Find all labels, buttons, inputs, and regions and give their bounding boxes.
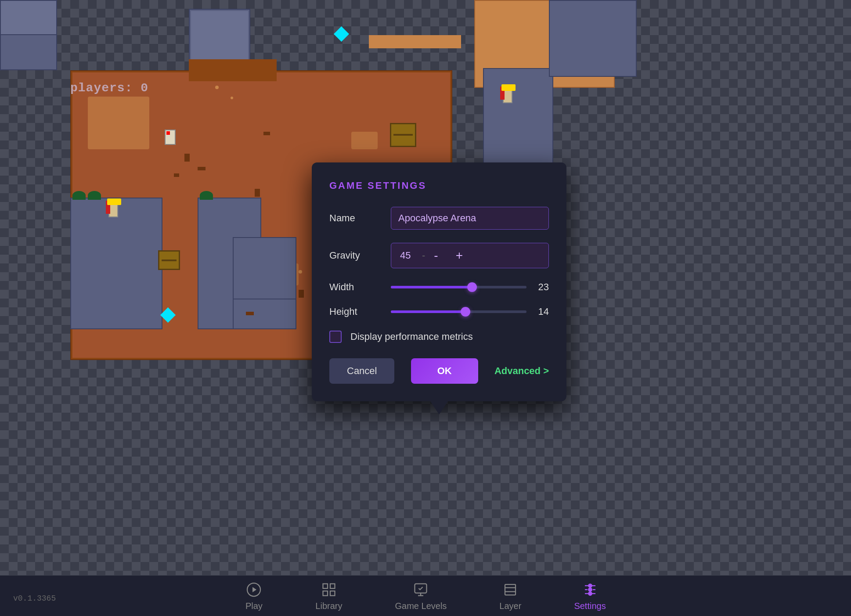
settings-label: Settings <box>574 601 606 611</box>
far-right-bricks-2 <box>549 0 637 77</box>
settings-icon <box>581 581 599 598</box>
height-slider-track[interactable] <box>391 310 526 313</box>
width-control: 23 <box>391 281 549 293</box>
ground-mark-9 <box>174 173 179 177</box>
character-red-cape-right <box>503 88 512 103</box>
name-label: Name <box>329 213 382 224</box>
far-right-bricks <box>483 68 553 178</box>
chest-2 <box>158 250 180 270</box>
dialog-title: GAME SETTINGS <box>329 180 549 191</box>
ground-mark-4 <box>263 132 270 135</box>
width-field-row: Width 23 <box>329 281 549 293</box>
width-value: 23 <box>534 281 549 293</box>
name-control <box>391 207 549 230</box>
gravity-value: 45 <box>391 245 422 267</box>
sand-patch-1 <box>88 97 149 149</box>
dialog-buttons: Cancel OK Advanced > <box>329 358 549 384</box>
brick-tile-1 <box>0 0 57 35</box>
height-field-row: Height 14 <box>329 306 549 317</box>
play-label: Play <box>245 601 263 611</box>
advanced-button[interactable]: Advanced > <box>494 365 549 377</box>
ground-mark-8 <box>231 97 233 99</box>
toolbar-item-layer[interactable]: Layer <box>499 581 521 611</box>
gravity-decrease-button[interactable]: - <box>425 243 447 268</box>
height-slider-thumb[interactable] <box>461 307 470 317</box>
ground-mark-3 <box>255 189 260 197</box>
width-slider-fill <box>391 286 472 288</box>
svg-point-10 <box>588 584 592 587</box>
layer-label: Layer <box>499 601 521 611</box>
gravity-label: Gravity <box>329 250 382 261</box>
bottom-left-brick-1 <box>70 198 162 329</box>
top-brick-brown-1 <box>189 59 277 81</box>
version-text: v0.1.3365 <box>13 594 56 603</box>
gravity-separator: - <box>422 245 425 267</box>
width-slider-row: 23 <box>391 281 549 293</box>
plant-3 <box>200 191 213 200</box>
library-icon <box>320 581 338 598</box>
width-slider-track[interactable] <box>391 286 526 288</box>
layer-icon <box>501 581 519 598</box>
ground-mark-2 <box>198 167 206 170</box>
width-label: Width <box>329 281 382 293</box>
height-slider-row: 14 <box>391 306 549 317</box>
character-red-cape-left <box>108 202 118 217</box>
performance-checkbox[interactable] <box>329 331 342 343</box>
svg-point-12 <box>588 592 592 595</box>
plant-2 <box>88 191 101 200</box>
ground-mark-6 <box>299 270 302 274</box>
top-platform-right <box>369 35 461 48</box>
chest-1 <box>390 123 416 147</box>
ground-mark-7 <box>215 86 219 89</box>
players-count-text: players: 0 <box>70 81 148 95</box>
game-levels-label: Game Levels <box>395 601 447 611</box>
toolbar-item-settings[interactable]: Settings <box>574 581 606 611</box>
game-levels-icon <box>412 581 429 598</box>
width-slider-thumb[interactable] <box>467 282 477 292</box>
gravity-control: 45 - - + <box>391 243 549 268</box>
svg-marker-1 <box>252 587 256 592</box>
sand-patch-3 <box>351 132 378 149</box>
performance-label: Display performance metrics <box>350 331 473 342</box>
name-field-row: Name <box>329 207 549 230</box>
height-label: Height <box>329 306 382 317</box>
gravity-control-container: 45 - - + <box>391 243 549 268</box>
toolbar-item-play[interactable]: Play <box>245 581 263 611</box>
ground-mark-10 <box>246 312 254 315</box>
svg-rect-3 <box>505 584 516 595</box>
toolbar-item-library[interactable]: Library <box>315 581 342 611</box>
settings-dialog: GAME SETTINGS Name Gravity 45 - - + Widt… <box>312 162 566 401</box>
performance-checkbox-row: Display performance metrics <box>329 331 549 343</box>
svg-point-11 <box>588 588 592 591</box>
ground-mark-1 <box>184 154 190 162</box>
player-character <box>165 130 176 145</box>
gravity-field-row: Gravity 45 - - + <box>329 243 549 268</box>
ground-mark-5 <box>299 290 304 298</box>
height-slider-fill <box>391 310 465 313</box>
name-input[interactable] <box>391 207 549 230</box>
ok-button[interactable]: OK <box>411 358 478 384</box>
bottom-center-brick <box>233 299 296 329</box>
height-control: 14 <box>391 306 549 317</box>
toolbar-item-game-levels[interactable]: Game Levels <box>395 581 447 611</box>
library-label: Library <box>315 601 342 611</box>
cancel-button[interactable]: Cancel <box>329 358 394 384</box>
game-canvas: players: 0 GAME SETTINGS Name Gravity 45… <box>0 0 851 575</box>
play-icon <box>245 581 263 598</box>
toolbar: v0.1.3365 Play Library Game Levels <box>0 575 851 616</box>
gravity-increase-button[interactable]: + <box>447 243 472 268</box>
dialog-tail <box>430 401 448 414</box>
plant-1 <box>72 191 86 200</box>
height-value: 14 <box>534 306 549 317</box>
